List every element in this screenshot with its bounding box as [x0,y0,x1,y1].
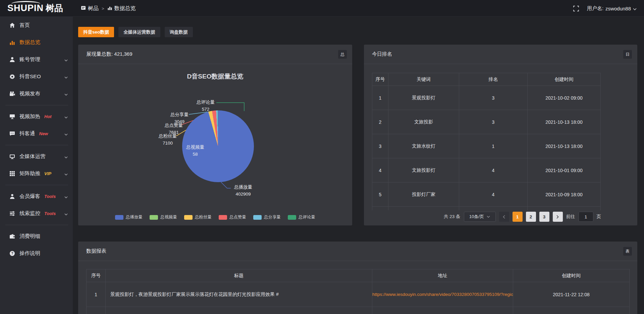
video-camera-icon [9,91,15,97]
bar-chart-icon [9,40,15,46]
day-toggle-button[interactable]: 日 [623,50,632,59]
total-toggle-button[interactable]: 总 [338,50,347,59]
fullscreen-icon[interactable] [573,6,579,11]
sidebar-item-data-overview[interactable]: 数据总览 [0,34,73,51]
sidebar-divider [5,185,68,185]
app-logo: SHUPIN 树品 [7,2,73,14]
col-index: 序号 [372,73,388,86]
svg-text:?: ? [11,252,13,255]
col-title: 标题 [106,269,372,282]
next-page-button[interactable] [553,212,563,222]
legend-item-shares[interactable]: 总分享量 [253,214,281,220]
table-row[interactable]: 1景观投影灯32021-10-02 09:00 [372,86,601,110]
col-created: 创建时间 [528,73,601,86]
col-rank: 排名 [459,73,528,86]
sidebar-divider [5,225,68,225]
bar-chart-icon [107,5,112,12]
sidebar-item-douketong[interactable]: 抖客通 New [0,125,73,142]
sidebar-item-instructions[interactable]: ? 操作说明 [0,245,73,262]
sidebar-item-home[interactable]: 首页 [0,17,73,34]
sidebar-item-media-operation[interactable]: 全媒体运营 [0,148,73,165]
wallet-icon [9,233,15,240]
table-row[interactable]: 3文旅水纹灯12021-10-13 18:00 [372,134,601,158]
col-keyword: 关键词 [388,73,459,86]
breadcrumb-item-home[interactable]: 树品 [81,5,99,12]
table-row[interactable]: 5投影灯厂家42021-10-09 18:00 [372,182,601,207]
tools-badge: Tools [44,211,56,216]
page-button-3[interactable]: 3 [539,212,549,222]
tools-badge: Tools [44,194,56,199]
tab-douyin-seo-data[interactable]: 抖音seo数据 [78,27,114,37]
username-value: zswodun88 [605,6,631,11]
sliders-icon [9,211,15,217]
legend-item-likes[interactable]: 总点赞量 [219,214,246,220]
table-row[interactable]: 4文旅投影灯42021-10-01 09:00 [372,158,601,182]
pie-chart: D音SEO数据量总览 总评论量572 总分享量3049 总点赞量7681 总粉丝… [78,64,352,225]
pie-label-plays: 总播放量402909 [234,184,252,198]
pie-label-comments: 总评论量572 [197,99,215,113]
legend-swatch [150,215,158,220]
new-badge: New [39,131,48,136]
chevron-down-icon [64,171,68,177]
breadcrumb-item-current[interactable]: 数据总览 [107,5,136,12]
legend-item-fans[interactable]: 总粉丝量 [184,214,212,220]
prev-page-button[interactable] [499,212,509,222]
sidebar-item-douyin-seo[interactable]: 抖音SEO [0,68,73,85]
legend-item-comments[interactable]: 总评论量 [288,214,315,220]
sidebar-item-matrix-boost[interactable]: 矩阵助推 VIP [0,165,73,182]
tab-inquiry-data[interactable]: 询盘数据 [165,27,193,37]
table-row[interactable]: 1 景观投影灯，夜游景观投影灯厂家展示展示落花灯在花园里的灯光投影应用效果 # … [87,282,630,307]
table-row[interactable]: 2文旅投影32021-10-13 18:00 [372,110,601,134]
legend-swatch [219,215,227,220]
topbar: SHUPIN 树品 树品 > 数据总览 用户名: zswodun88 [0,0,644,17]
report-panel-title: 数据报表 [86,248,106,254]
sidebar-item-video-publish[interactable]: 视频发布 [0,85,73,102]
sidebar-divider [5,145,68,145]
page-size-select[interactable]: 10条/页 [464,212,496,222]
impressions-total: 展现量总数: 421,369 [86,51,132,57]
chevron-down-icon [64,154,68,160]
hot-badge: Hot [44,114,52,119]
pie-label-videos: 总视频量58 [186,144,204,158]
chat-icon [9,131,15,137]
pagination: 共 23 条 10条/页 1 2 3 前往 页 [444,211,601,222]
sidebar-divider [5,105,68,105]
gear-icon [9,74,15,80]
total-count: 共 23 条 [444,214,461,220]
user-menu[interactable]: 用户名: zswodun88 [587,5,637,12]
chevron-down-icon [64,91,68,97]
user-icon [9,57,15,63]
rank-table: 序号 关键词 排名 创建时间 1景观投影灯32021-10-02 09:00 2… [372,73,601,210]
sidebar-item-account[interactable]: 账号管理 [0,51,73,68]
video-title: 景观投影灯，夜游景观投影灯厂家展示展示落花灯在花园里的灯光投影应用效果 # [106,282,372,307]
page-button-1[interactable]: 1 [513,212,523,222]
goto-page-input[interactable] [579,212,593,222]
col-url: 地址 [372,269,513,282]
sidebar-item-lead-monitor[interactable]: 线索监控 Tools [0,205,73,222]
legend-item-plays[interactable]: 总播放量 [115,214,143,220]
sidebar-item-consumption[interactable]: 消费明细 [0,228,73,245]
goto-label: 前往 [566,214,575,220]
chart-legend: 总播放量 总视频量 总粉丝量 总点赞量 总分享量 总评论量 [78,214,352,220]
table-toggle-button[interactable]: 表 [623,247,632,256]
table-row-clipped [87,307,630,314]
chevron-left-icon [503,215,505,219]
pie-label-fans: 总粉丝量7100 [159,133,177,147]
sidebar-item-member-burst[interactable]: 会员爆客 Tools [0,188,73,205]
logo-text-en: SHUPIN [7,3,44,13]
doc-icon [81,5,86,12]
tab-media-operation-data[interactable]: 全媒体运营数据 [118,27,160,37]
page-button-2[interactable]: 2 [526,212,536,222]
chevron-down-icon [64,194,68,200]
chart-title: D音SEO数据量总览 [78,72,352,81]
sidebar-item-video-heat[interactable]: 视频加热 Hot [0,108,73,125]
legend-swatch [184,215,193,220]
legend-swatch [115,215,123,220]
table-row-clipped [372,207,601,211]
legend-item-videos[interactable]: 总视频量 [150,214,177,220]
screen-icon [9,114,15,120]
monitor-icon [9,154,15,160]
chevron-down-icon [64,57,68,63]
question-icon: ? [9,251,15,257]
video-link[interactable]: https://www.iesdouyin.com/share/video/70… [372,282,513,307]
